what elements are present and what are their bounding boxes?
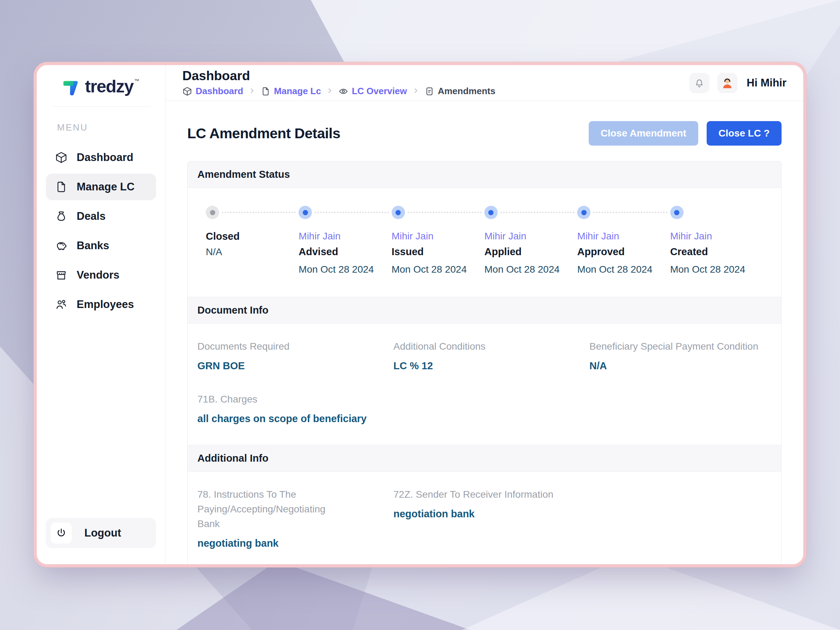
cube-icon <box>182 87 192 96</box>
sidebar-item-vendors[interactable]: Vendors <box>46 262 156 288</box>
topbar-right: Hi Mihir <box>689 73 786 93</box>
field-value: GRN BOE <box>197 360 379 372</box>
step-status: N/A <box>206 246 298 257</box>
step-status: Applied <box>485 246 577 257</box>
timeline-node-icon <box>577 206 591 219</box>
field-additional-conditions: Additional Conditions LC % 12 <box>393 339 575 372</box>
breadcrumb-label: Amendments <box>438 86 496 96</box>
breadcrumb-amendments: Amendments <box>425 86 496 96</box>
field-beneficiary-special-payment-condition: Beneficiary Special Payment Condition N/… <box>589 339 771 372</box>
sidebar-item-label: Employees <box>77 298 134 311</box>
sidebar-divider <box>51 106 150 107</box>
timeline-connector <box>315 212 388 213</box>
section-header-additional-info: Additional Info <box>188 445 781 472</box>
field-value: LC % 12 <box>393 360 575 372</box>
brand-trademark: ™ <box>134 78 139 84</box>
file-icon <box>55 181 68 193</box>
section-header-amendment-status: Amendment Status <box>188 161 781 188</box>
bell-icon <box>694 77 705 88</box>
field-label: 78. Instructions To The Paying/Accepting… <box>197 487 348 531</box>
breadcrumb-dashboard[interactable]: Dashboard <box>182 86 243 96</box>
step-status: Created <box>670 246 763 257</box>
sidebar-nav: Dashboard Manage LC Deals Banks Vendors … <box>37 139 165 321</box>
step-actor: Mihir Jain <box>577 231 670 242</box>
file-icon <box>261 87 270 96</box>
timeline-step-created: Mihir Jain Created Mon Oct 28 2024 <box>670 205 763 275</box>
breadcrumb-lc-overview[interactable]: LC Overview <box>338 86 407 96</box>
field-value: all charges on scope of beneficiary <box>197 413 379 425</box>
timeline-node-icon <box>206 206 219 219</box>
sidebar-item-label: Deals <box>77 210 106 223</box>
field-value: negotiation bank <box>393 508 575 520</box>
amendment-status-timeline: Closed N/A Mihir Jain Advised Mon Oct 28… <box>188 188 781 297</box>
field-value: negotiating bank <box>197 538 379 549</box>
field-label: Additional Conditions <box>393 339 575 354</box>
timeline-step-closed: Closed N/A <box>206 205 298 275</box>
field-label: 72Z. Sender To Receiver Information <box>393 487 575 502</box>
user-greeting: Hi Mihir <box>747 77 786 89</box>
user-avatar[interactable] <box>717 73 737 93</box>
piggy-bank-icon <box>55 239 68 252</box>
sidebar-item-label: Dashboard <box>77 151 133 164</box>
timeline-step-applied: Mihir Jain Applied Mon Oct 28 2024 <box>485 205 577 275</box>
timeline-step-issued: Mihir Jain Issued Mon Oct 28 2024 <box>392 205 485 275</box>
step-date: Mon Oct 28 2024 <box>298 264 391 275</box>
logout-label: Logout <box>84 527 121 539</box>
close-lc-button[interactable]: Close LC ? <box>707 121 782 145</box>
users-icon <box>55 298 68 311</box>
section-header-document-info: Document Info <box>188 297 781 324</box>
field-label: Documents Required <box>197 339 379 354</box>
step-date: Mon Oct 28 2024 <box>577 264 670 275</box>
topbar: Dashboard Dashboard Manage Lc LC Overvi <box>166 65 803 101</box>
step-actor: Mihir Jain <box>485 231 577 242</box>
page-title: LC Amendment Details <box>187 125 340 142</box>
chevron-right-icon <box>248 86 256 96</box>
cube-icon <box>55 151 68 164</box>
page-content: LC Amendment Details Close Amendment Clo… <box>166 101 803 564</box>
field-label: 71B. Charges <box>197 392 379 407</box>
sidebar-item-dashboard[interactable]: Dashboard <box>46 144 156 171</box>
step-actor: Mihir Jain <box>670 231 763 242</box>
amendment-details-card: Amendment Status Closed N/A Mihir Jain A <box>187 161 782 564</box>
breadcrumb-manage-lc[interactable]: Manage Lc <box>261 86 321 96</box>
field-78-instructions: 78. Instructions To The Paying/Accepting… <box>197 487 379 549</box>
sidebar-item-label: Vendors <box>77 269 119 281</box>
step-actor: Mihir Jain <box>298 231 391 242</box>
close-amendment-button[interactable]: Close Amendment <box>589 121 698 145</box>
sidebar-item-banks[interactable]: Banks <box>46 232 156 259</box>
sidebar-item-manage-lc[interactable]: Manage LC <box>46 174 156 200</box>
breadcrumb: Dashboard Manage Lc LC Overview <box>182 86 495 96</box>
brand-name: tredzy <box>85 77 133 96</box>
timeline-step-advised: Mihir Jain Advised Mon Oct 28 2024 <box>298 205 391 275</box>
field-documents-required: Documents Required GRN BOE <box>197 339 379 372</box>
timeline-connector <box>593 212 667 213</box>
sidebar: tredzy™ MENU Dashboard Manage LC Deals B… <box>37 65 166 564</box>
step-status: Advised <box>298 246 391 257</box>
timeline-node-icon <box>392 206 405 219</box>
storefront-icon <box>55 269 68 281</box>
document-icon <box>425 87 434 96</box>
page-actions: Close Amendment Close LC ? <box>589 121 782 145</box>
step-date: Mon Oct 28 2024 <box>670 264 763 275</box>
sidebar-item-employees[interactable]: Employees <box>46 291 156 318</box>
step-title: Closed <box>206 231 298 242</box>
menu-section-label: MENU <box>57 122 165 133</box>
step-date <box>206 264 298 275</box>
field-label: Beneficiary Special Payment Condition <box>589 339 771 354</box>
step-status: Issued <box>392 246 485 257</box>
eye-icon <box>338 87 348 96</box>
notifications-button[interactable] <box>689 73 709 93</box>
field-value: N/A <box>589 360 771 372</box>
tredzy-logo-icon <box>63 79 81 97</box>
page-header-title: Dashboard <box>182 69 495 83</box>
topbar-left: Dashboard Dashboard Manage Lc LC Overvi <box>182 69 495 97</box>
chevron-right-icon <box>326 86 333 96</box>
step-date: Mon Oct 28 2024 <box>392 264 485 275</box>
power-icon <box>51 523 72 543</box>
sidebar-item-deals[interactable]: Deals <box>46 203 156 230</box>
timeline-connector <box>222 212 296 213</box>
avatar-icon <box>720 76 734 90</box>
logout-button[interactable]: Logout <box>46 518 156 548</box>
chevron-right-icon <box>412 86 419 96</box>
money-bag-icon <box>55 210 68 223</box>
